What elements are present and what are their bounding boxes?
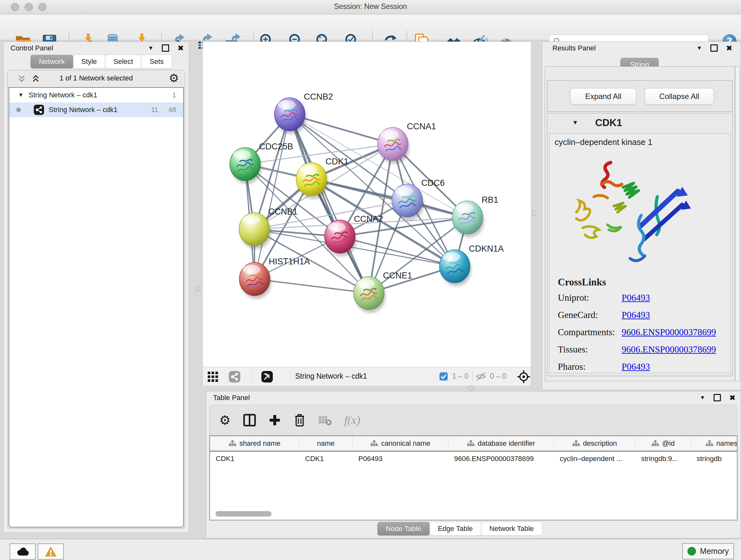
tab-network[interactable]: Network [30, 55, 73, 69]
table-cell[interactable]: P06493 [353, 451, 448, 466]
grid-view-icon[interactable] [205, 369, 220, 384]
horizontal-scrollbar[interactable] [215, 511, 272, 516]
float-panel-icon[interactable]: ▼ [700, 395, 705, 401]
column-header-canonical-name[interactable]: canonical name [353, 436, 448, 451]
function-builder-icon[interactable]: f(x) [344, 414, 360, 427]
gene-section: ▼ CDK1 cyclin–dependent kinase 1 [547, 113, 733, 376]
network-node-HIST1H1A[interactable]: HIST1H1A [239, 257, 310, 299]
table-tabs: Node TableEdge TableNetwork Table [378, 522, 542, 536]
maximize-panel-icon[interactable] [162, 44, 169, 52]
splitter-handle[interactable] [195, 286, 200, 292]
network-options-gear-icon[interactable]: ⚙ [169, 71, 179, 84]
table-cell[interactable]: CDK1 [210, 451, 299, 466]
float-panel-icon[interactable]: ▼ [697, 45, 702, 51]
node-count: 11 [151, 106, 158, 114]
crosslink-row: Uniprot:P06493 [558, 293, 726, 303]
network-node-CCNB1[interactable]: CCNB1 [239, 207, 298, 249]
network-node-CDKN1A[interactable]: CDKN1A [440, 244, 504, 286]
table-cell[interactable]: stringdb [691, 451, 738, 466]
crosslink-value-link[interactable]: P06493 [622, 310, 650, 320]
float-panel-icon[interactable]: ▼ [148, 45, 153, 51]
table-cell[interactable]: 9606.ENSP00000378699 [448, 451, 554, 466]
crosslink-label: Pharos: [558, 361, 622, 372]
cloud-status-button[interactable] [10, 543, 36, 560]
results-panel: Results Panel ▼ ✖ String Expand All Coll… [542, 42, 741, 390]
column-label: description [583, 439, 617, 448]
close-panel-icon[interactable]: ✖ [726, 45, 732, 51]
network-manager: 1 of 1 Network selected ⚙ ▼ String Netwo… [7, 70, 185, 529]
results-scrollbar[interactable] [735, 66, 740, 381]
splitter-handle[interactable] [531, 210, 536, 215]
column-header-@id[interactable]: @id [635, 436, 691, 451]
show-columns-icon[interactable] [243, 414, 256, 427]
collapse-all-button[interactable]: Collapse All [645, 88, 714, 105]
maximize-panel-icon[interactable] [711, 44, 718, 52]
network-node-label: RB1 [482, 195, 498, 205]
tab-select[interactable]: Select [105, 55, 142, 69]
network-node-CDK1[interactable]: CDK1 [296, 157, 348, 199]
string-view-icon[interactable] [227, 369, 242, 384]
crosslink-value-link[interactable]: 9606.ENSP00000378699 [622, 327, 716, 337]
table-cell[interactable]: stringdb:9... [635, 451, 691, 466]
edge-count: 48 [169, 106, 176, 114]
network-edge-CCNB2-HIST1H1A[interactable] [255, 114, 290, 279]
column-header-description[interactable]: description [554, 436, 635, 451]
shared-column-icon [572, 440, 580, 447]
network-edge-CCNB2-CCNE1[interactable] [290, 114, 369, 293]
column-header-name[interactable]: name [299, 436, 353, 451]
network-node-label: CDK1 [326, 157, 348, 166]
memory-button[interactable]: Memory [682, 543, 734, 559]
memory-label: Memory [700, 547, 729, 556]
expand-all-button[interactable]: Expand All [570, 88, 636, 105]
column-label: database identifier [478, 439, 535, 448]
column-header-database-identifier[interactable]: database identifier [448, 436, 554, 451]
splitter-handle[interactable] [468, 385, 474, 391]
collection-count: 1 [172, 91, 176, 99]
column-header-shared-name[interactable]: shared name [210, 436, 299, 451]
selected-checkbox-icon[interactable] [439, 372, 448, 381]
close-panel-icon[interactable]: ✖ [729, 395, 736, 401]
add-column-icon[interactable] [268, 414, 281, 427]
delete-table-icon[interactable] [318, 415, 332, 426]
network-canvas[interactable]: CCNB2CCNA1CDC25BCDK1CDC6RB1CCNB1CCNA2CDK… [203, 42, 531, 367]
network-node-label: HIST1H1A [269, 257, 310, 266]
network-node-CDC25B[interactable]: CDC25B [230, 142, 293, 184]
network-node-label: CCNA1 [407, 122, 436, 131]
crosshair-icon[interactable] [515, 368, 532, 385]
delete-row-trash-icon[interactable] [293, 413, 306, 427]
tab-style[interactable]: Style [73, 55, 106, 69]
tab-edge-table[interactable]: Edge Table [429, 522, 482, 536]
expand-collapse-box: Expand All Collapse All [547, 80, 733, 112]
hidden-eye-icon[interactable] [475, 371, 487, 382]
hidden-counts: 0 – 0 [490, 372, 506, 381]
close-panel-icon[interactable]: ✖ [178, 45, 184, 51]
collapse-section-icon[interactable]: ▼ [572, 119, 578, 126]
table-panel: Table Panel ▼ ✖ ⚙ f(x) shared namenameca… [206, 391, 741, 538]
crosslink-label: Compartments: [558, 327, 622, 337]
tab-sets[interactable]: Sets [141, 55, 172, 69]
table-cell[interactable]: cyclin–dependent ... [554, 451, 635, 466]
control-panel: Control Panel ▼ ✖ NetworkStyleSelectSets… [3, 42, 189, 533]
maximize-panel-icon[interactable] [714, 394, 721, 401]
birdseye-view-icon[interactable] [259, 369, 275, 384]
table-cell[interactable]: CDK1 [299, 451, 353, 466]
network-row[interactable]: String Network – cdk1 11 48 [9, 103, 183, 117]
collection-expand-icon[interactable]: ▼ [18, 92, 23, 98]
network-edges [245, 114, 468, 293]
network-collection-row[interactable]: ▼ String Network – cdk1 1 [9, 88, 183, 103]
crosslink-row: Pharos:P06493 [558, 361, 726, 372]
warnings-button[interactable] [38, 543, 64, 560]
crosslink-value-link[interactable]: P06493 [622, 293, 650, 303]
crosslink-label: Tissues: [558, 344, 622, 355]
crosslink-value-link[interactable]: 9606.ENSP00000378699 [622, 344, 716, 355]
tab-network-table[interactable]: Network Table [481, 522, 542, 536]
crosslink-value-link[interactable]: P06493 [622, 361, 650, 372]
table-options-gear-icon[interactable]: ⚙ [219, 413, 231, 428]
column-header-namespace[interactable]: namespace [691, 436, 738, 451]
network-node-label: CCNB2 [304, 92, 333, 102]
protein-structure-image [559, 150, 699, 274]
network-node-RB1[interactable]: RB1 [452, 195, 498, 237]
tab-node-table[interactable]: Node Table [377, 522, 430, 536]
network-edge-HIST1H1A-CCNE1[interactable] [255, 279, 369, 293]
control-panel-title: Control Panel [10, 44, 53, 52]
